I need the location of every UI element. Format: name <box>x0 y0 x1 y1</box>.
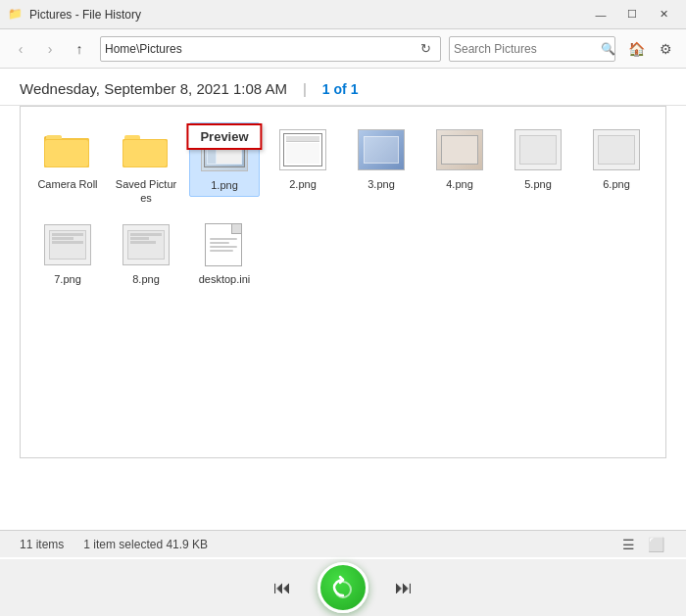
file-2-png-label: 2.png <box>289 177 317 191</box>
maximize-button[interactable]: ☐ <box>617 6 647 24</box>
file-3-png[interactable]: 3.png <box>346 122 416 195</box>
up-button[interactable]: ↑ <box>67 36 92 62</box>
folder-saved-icon <box>122 130 170 169</box>
file-7-png-label: 7.png <box>54 272 81 286</box>
home-button[interactable]: 🏠 <box>623 36 649 62</box>
search-box: 🔍 <box>449 36 615 62</box>
search-icon[interactable]: 🔍 <box>601 42 615 56</box>
toolbar: ‹ › ↑ ↻ 🔍 🏠 ⚙ <box>0 29 686 69</box>
folder-saved-pictures-label: Saved Pictures <box>115 177 177 206</box>
close-button[interactable]: ✕ <box>649 6 678 24</box>
title-bar: 📁 Pictures - File History — ☐ ✕ <box>0 0 686 29</box>
main-content: Wednesday, September 8, 2021 1:08 AM | 1… <box>0 69 686 616</box>
file-5-png[interactable]: 5.png <box>503 122 573 195</box>
page-info: 1 of 1 <box>322 81 359 97</box>
address-bar: ↻ <box>100 36 441 62</box>
file-8-png-label: 8.png <box>132 272 160 286</box>
refresh-button[interactable]: ↻ <box>415 38 436 60</box>
details-view-button[interactable]: ⬜ <box>645 534 666 555</box>
restore-button[interactable] <box>318 562 368 613</box>
folder-icon <box>44 130 91 169</box>
date-header: Wednesday, September 8, 2021 1:08 AM | 1… <box>0 69 686 106</box>
file-7-png[interactable]: 7.png <box>32 217 103 290</box>
items-count: 11 items <box>20 538 64 551</box>
back-button[interactable]: ‹ <box>8 36 33 62</box>
status-bar: 11 items 1 item selected 41.9 KB ☰ ⬜ <box>0 530 686 557</box>
first-page-button[interactable]: ⏮ <box>267 572 298 603</box>
file-8-png[interactable]: 8.png <box>111 217 181 290</box>
forward-button[interactable]: › <box>37 36 63 62</box>
window-title: Pictures - File History <box>29 8 141 22</box>
view-controls: ☰ ⬜ <box>617 534 666 555</box>
file-area: Camera Roll Saved Pictures <box>20 106 666 458</box>
window-controls: — ☐ ✕ <box>586 6 678 24</box>
folder-camera-roll[interactable]: Camera Roll <box>32 122 103 195</box>
app-icon: 📁 <box>8 7 24 23</box>
file-1-png-label: 1.png <box>211 178 238 192</box>
selected-info: 1 item selected 41.9 KB <box>83 538 208 551</box>
file-2-png[interactable]: 2.png <box>268 122 338 195</box>
bottom-navigation: ⏮ ⏭ <box>0 559 686 616</box>
status-info: 11 items 1 item selected 41.9 KB <box>20 538 208 551</box>
last-page-button[interactable]: ⏭ <box>388 572 419 603</box>
svg-rect-13 <box>123 140 167 166</box>
search-input[interactable] <box>454 42 601 56</box>
file-5-png-label: 5.png <box>524 177 552 191</box>
file-4-png-label: 4.png <box>446 177 473 191</box>
minimize-button[interactable]: — <box>586 6 615 24</box>
preview-label: Preview <box>186 123 262 150</box>
address-input[interactable] <box>105 42 415 56</box>
file-1-png[interactable]: Preview 1.png <box>189 122 260 197</box>
file-row-2: 7.png 8.png <box>32 217 654 290</box>
list-view-button[interactable]: ☰ <box>617 534 639 555</box>
folder-saved-pictures[interactable]: Saved Pictures <box>111 122 181 210</box>
file-4-png[interactable]: 4.png <box>424 122 495 195</box>
file-3-png-label: 3.png <box>368 177 395 191</box>
folder-camera-roll-label: Camera Roll <box>37 177 97 191</box>
date-text: Wednesday, September 8, 2021 1:08 AM <box>20 80 287 97</box>
file-6-png-label: 6.png <box>603 177 630 191</box>
svg-rect-8 <box>45 140 88 166</box>
file-desktop-ini-label: desktop.ini <box>199 272 251 286</box>
date-separator: | <box>303 80 307 97</box>
file-desktop-ini[interactable]: desktop.ini <box>189 217 260 290</box>
restore-icon <box>329 574 357 601</box>
file-row-1: Camera Roll Saved Pictures <box>32 122 654 210</box>
settings-button[interactable]: ⚙ <box>653 36 678 62</box>
file-6-png[interactable]: 6.png <box>581 122 652 195</box>
